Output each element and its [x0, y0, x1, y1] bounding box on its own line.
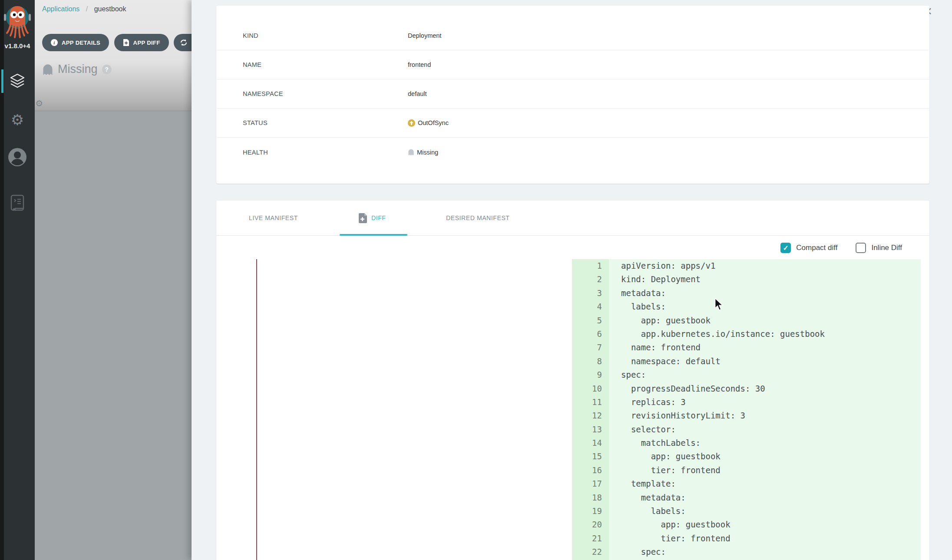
code-line: 2 kind: Deployment	[572, 273, 921, 286]
code-line: 20 app: guestbook	[572, 518, 921, 531]
sidebar-item-documentation[interactable]	[0, 189, 35, 217]
code-line: 12 revisionHistoryLimit: 3	[572, 409, 921, 422]
document-icon	[9, 194, 26, 213]
code-line: 7 name: frontend	[572, 341, 921, 354]
tab-live-manifest[interactable]: LIVE MANIFEST	[249, 201, 298, 235]
line-number: 9	[572, 368, 609, 382]
tab-desired-manifest[interactable]: DESIRED MANIFEST	[446, 201, 510, 235]
line-text: app: guestbook	[609, 518, 731, 531]
line-number: 22	[572, 545, 609, 559]
line-text: app: guestbook	[609, 314, 711, 327]
line-text: tier: frontend	[609, 464, 721, 477]
sidebar-item-applications[interactable]	[0, 67, 35, 95]
code-line: 4 labels:	[572, 300, 921, 313]
line-text: progressDeadlineSeconds: 30	[609, 382, 765, 395]
inline-diff-label: Inline Diff	[871, 244, 902, 252]
ghost-icon	[42, 63, 53, 76]
line-number: 4	[572, 300, 609, 313]
code-line: 13 selector:	[572, 423, 921, 436]
app-diff-button[interactable]: APP DIFF	[114, 34, 169, 51]
summary-label: STATUS	[243, 119, 408, 126]
code-line: 3 metadata:	[572, 287, 921, 300]
line-number: 15	[572, 450, 609, 463]
compact-diff-checkbox[interactable]: ✓	[780, 243, 791, 253]
line-text: template:	[609, 477, 676, 491]
info-icon: i	[51, 39, 58, 46]
version-label: v1.8.0+4	[0, 42, 35, 49]
line-number: 7	[572, 341, 609, 354]
line-text: selector:	[609, 423, 676, 436]
user-icon	[7, 147, 27, 167]
summary-label: NAMESPACE	[243, 90, 408, 97]
diff-file-icon	[123, 39, 129, 46]
breadcrumb-current: guestbook	[94, 5, 126, 13]
app-details-label: APP DETAILS	[62, 40, 100, 46]
line-number: 17	[572, 477, 609, 491]
line-text: spec:	[609, 545, 666, 559]
line-number: 20	[572, 518, 609, 531]
summary-row-namespace: NAMESPACE default	[217, 79, 929, 109]
toolbar-buttons: i APP DETAILS APP DIFF	[42, 34, 207, 51]
line-text: spec:	[609, 368, 646, 382]
tab-label: LIVE MANIFEST	[249, 214, 298, 221]
line-text: labels:	[609, 504, 686, 518]
summary-row-status: STATUS OutOfSync	[217, 109, 929, 138]
summary-row-kind: KIND Deployment	[217, 21, 929, 50]
line-text: app.kubernetes.io/instance: guestbook	[609, 327, 825, 341]
line-number: 19	[572, 504, 609, 518]
app-details-button[interactable]: i APP DETAILS	[42, 34, 109, 51]
active-tab-underline	[340, 234, 407, 236]
code-line: 22 spec:	[572, 545, 921, 559]
line-text: metadata:	[609, 287, 666, 300]
code-line: 14 matchLabels:	[572, 436, 921, 450]
manifest-card: LIVE MANIFEST DIFF DESIRED MANIFEST ✓	[216, 201, 929, 560]
manifest-tabs: LIVE MANIFEST DIFF DESIRED MANIFEST	[216, 201, 929, 236]
code-line: 1 apiVersion: apps/v1	[572, 259, 921, 273]
line-number: 13	[572, 423, 609, 436]
summary-label: NAME	[243, 61, 408, 68]
resource-summary-card: KIND Deployment NAME frontend NAMESPACE …	[216, 6, 929, 184]
diff-file-icon	[358, 213, 367, 224]
summary-value: OutOfSync	[408, 119, 449, 127]
addition-block: 1 apiVersion: apps/v1 2 kind: Deployment…	[572, 259, 921, 560]
diff-view: 1 apiVersion: apps/v1 2 kind: Deployment…	[216, 259, 929, 560]
code-line: 5 app: guestbook	[572, 314, 921, 327]
question-icon[interactable]: ?	[102, 65, 112, 74]
breadcrumb-separator: /	[86, 5, 88, 13]
out-of-sync-icon	[408, 119, 415, 127]
line-number: 5	[572, 314, 609, 327]
inline-diff-checkbox[interactable]	[856, 243, 866, 253]
line-number: 12	[572, 409, 609, 422]
diff-controls: ✓ Compact diff Inline Diff	[216, 240, 929, 255]
sidebar-item-settings[interactable]: ⚙⚙	[0, 106, 35, 134]
compact-diff-toggle[interactable]: ✓ Compact diff	[780, 243, 837, 253]
summary-value: Deployment	[408, 32, 441, 39]
code-line: 9 spec:	[572, 368, 921, 382]
refresh-icon	[180, 39, 188, 46]
summary-label: KIND	[243, 32, 408, 39]
status-text: OutOfSync	[418, 119, 449, 126]
code-line: 16 tier: frontend	[572, 464, 921, 477]
compact-diff-label: Compact diff	[796, 244, 837, 252]
line-number: 3	[572, 287, 609, 300]
health-text: Missing	[417, 149, 438, 156]
code-line: 15 app: guestbook	[572, 450, 921, 463]
breadcrumb: Applications / guestbook	[42, 5, 126, 13]
line-number: 6	[572, 327, 609, 341]
line-text: namespace: default	[609, 355, 721, 368]
code-line: 19 labels:	[572, 504, 921, 518]
tab-diff[interactable]: DIFF	[358, 201, 386, 235]
app-diff-label: APP DIFF	[133, 40, 160, 46]
summary-value: default	[408, 90, 427, 97]
code-line: 6 app.kubernetes.io/instance: guestbook	[572, 327, 921, 341]
ghost-icon	[408, 148, 414, 156]
sidebar: v1.8.0+4 ⚙⚙	[0, 0, 35, 560]
sidebar-item-user[interactable]	[0, 143, 35, 171]
inline-diff-toggle[interactable]: Inline Diff	[856, 243, 902, 253]
line-number: 10	[572, 382, 609, 395]
line-number: 11	[572, 395, 609, 409]
line-text: revisionHistoryLimit: 3	[609, 409, 745, 422]
code-line: 10 progressDeadlineSeconds: 30	[572, 382, 921, 395]
line-text: app: guestbook	[609, 450, 721, 463]
breadcrumb-applications-link[interactable]: Applications	[42, 5, 79, 13]
